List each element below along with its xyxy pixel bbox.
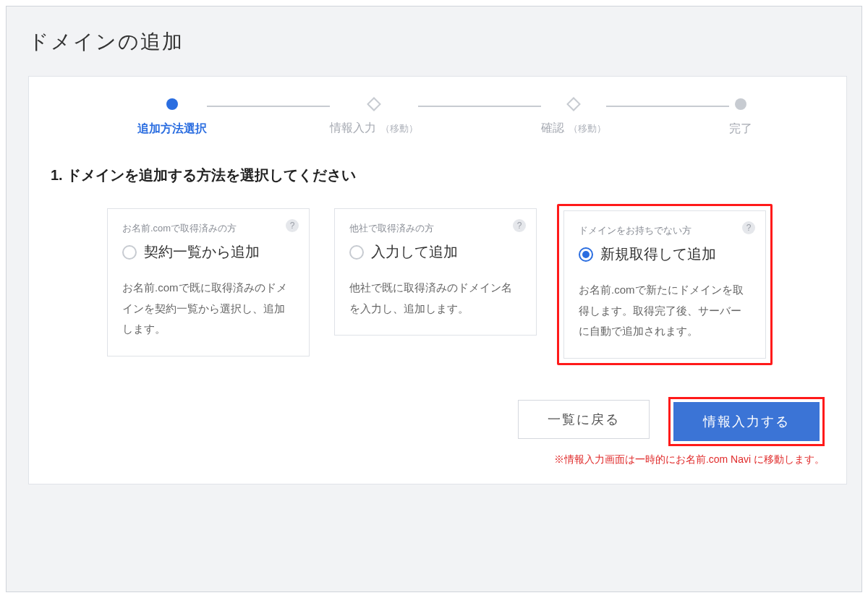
back-button[interactable]: 一覧に戻る bbox=[518, 400, 650, 439]
radio-label: 新規取得して追加 bbox=[600, 244, 716, 264]
radio-label: 入力して追加 bbox=[371, 242, 458, 262]
section-title: 1. ドメインを追加する方法を選択してください bbox=[51, 166, 825, 185]
card-desc: お名前.comで既に取得済みのドメインを契約一覧から選択し、追加します。 bbox=[122, 278, 294, 340]
next-button[interactable]: 情報入力する bbox=[673, 402, 820, 441]
action-buttons: 一覧に戻る 情報入力する bbox=[51, 397, 825, 446]
option-cards: ? お名前.comで取得済みの方 契約一覧から追加 お名前.comで既に取得済み… bbox=[51, 204, 825, 365]
radio-icon bbox=[579, 247, 593, 262]
main-panel: 追加方法選択 情報入力 （移動） 確認 （移動） bbox=[28, 76, 847, 484]
help-icon[interactable]: ? bbox=[286, 219, 299, 232]
stepper-line bbox=[418, 106, 541, 107]
option-card-existing-onamae[interactable]: ? お名前.comで取得済みの方 契約一覧から追加 お名前.comで既に取得済み… bbox=[107, 208, 310, 356]
stepper: 追加方法選択 情報入力 （移動） 確認 （移動） bbox=[137, 98, 752, 137]
step-diamond-icon bbox=[566, 97, 581, 111]
card-subtitle: お名前.comで取得済みの方 bbox=[122, 222, 294, 235]
help-icon[interactable]: ? bbox=[513, 219, 526, 232]
navigation-note: ※情報入力画面は一時的にお名前.com Navi に移動します。 bbox=[51, 453, 825, 466]
step-label: 追加方法選択 bbox=[137, 121, 207, 137]
option-card-new-domain[interactable]: ? ドメインをお持ちでない方 新規取得して追加 お名前.comで新たにドメインを… bbox=[563, 210, 766, 359]
card-wrap-2: ? 他社で取得済みの方 入力して追加 他社で既に取得済みのドメイン名を入力し、追… bbox=[330, 204, 541, 365]
card-desc: お名前.comで新たにドメインを取得します。取得完了後、サーバーに自動で追加され… bbox=[579, 280, 751, 342]
step-2: 情報入力 （移動） bbox=[330, 99, 418, 136]
page-container: ドメインの追加 追加方法選択 情報入力 （移動） 確認 bbox=[6, 6, 862, 592]
option-card-existing-other[interactable]: ? 他社で取得済みの方 入力して追加 他社で既に取得済みのドメイン名を入力し、追… bbox=[334, 208, 537, 336]
card-wrap-3: ? ドメインをお持ちでない方 新規取得して追加 お名前.comで新たにドメインを… bbox=[557, 204, 773, 365]
back-button-wrap: 一覧に戻る bbox=[515, 397, 652, 442]
next-button-wrap: 情報入力する bbox=[668, 397, 825, 446]
card-wrap-1: ? お名前.comで取得済みの方 契約一覧から追加 お名前.comで既に取得済み… bbox=[103, 204, 314, 365]
step-sublabel: （移動） bbox=[380, 122, 418, 135]
card-subtitle: ドメインをお持ちでない方 bbox=[579, 224, 751, 237]
radio-row[interactable]: 契約一覧から追加 bbox=[122, 242, 294, 262]
page-title: ドメインの追加 bbox=[28, 28, 847, 56]
radio-icon bbox=[122, 245, 137, 260]
step-3: 確認 （移動） bbox=[541, 99, 606, 136]
step-label: 完了 bbox=[729, 121, 752, 137]
radio-label: 契約一覧から追加 bbox=[144, 242, 260, 262]
step-dot-icon bbox=[735, 98, 746, 110]
stepper-line bbox=[207, 106, 330, 107]
step-dot-icon bbox=[166, 98, 178, 110]
card-desc: 他社で既に取得済みのドメイン名を入力し、追加します。 bbox=[349, 278, 522, 319]
step-diamond-icon bbox=[367, 97, 381, 111]
step-1: 追加方法選択 bbox=[137, 98, 207, 137]
radio-row[interactable]: 入力して追加 bbox=[349, 242, 522, 262]
step-label: 情報入力 bbox=[330, 121, 376, 136]
stepper-line bbox=[606, 106, 729, 107]
card-subtitle: 他社で取得済みの方 bbox=[349, 222, 522, 235]
step-label: 確認 bbox=[541, 121, 564, 136]
step-sublabel: （移動） bbox=[569, 122, 606, 135]
step-4: 完了 bbox=[729, 98, 752, 137]
radio-icon bbox=[349, 245, 364, 260]
radio-row[interactable]: 新規取得して追加 bbox=[579, 244, 751, 264]
help-icon[interactable]: ? bbox=[742, 221, 755, 234]
